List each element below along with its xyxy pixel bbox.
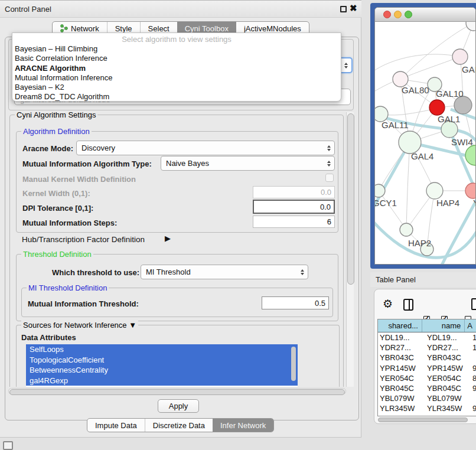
which-threshold-combo[interactable]: MI Threshold [141,265,308,279]
attribute-item[interactable]: SelfLoops [26,344,298,355]
data-attributes-label: Data Attributes [21,333,76,342]
mi-threshold-definition-group: MI Threshold Definition Mutual Informati… [21,288,333,317]
settings-vscrollbar[interactable] [346,112,354,387]
hub-section-label: Hub/Transcription Factor Definition [22,235,145,244]
kernel-width-field[interactable]: 0.0 [253,186,335,198]
dpi-tolerance-field[interactable]: 0.0 [253,200,335,214]
table-row[interactable]: YDL19...YDL19...13 [378,332,476,343]
table-row[interactable]: YBR043CYBR043C [378,353,476,363]
algorithm-dropdown-popup: Select algorithm to view settings Bayesi… [12,32,341,102]
network-canvas[interactable]: GAL GAL80 GAL10 GAL1 GAL11 SWI4 GAL4 GCY… [375,22,476,265]
mi-algorithm-type-label: Mutual Information Algorithm Type: [22,159,152,168]
node-label: Y [473,198,476,208]
settings-hscrollbar-thumb[interactable] [9,389,345,395]
dropdown-item[interactable]: Bayesian – K2 [12,83,341,92]
cyni-bottom-tabbar: Impute Data Discretize Data Infer Networ… [87,418,274,432]
control-panel-window: Control Panel ✖ Network Style Select Cyn… [0,0,361,438]
window-zoom-button[interactable] [405,11,412,18]
table-hscrollbar[interactable] [377,418,476,423]
gear-icon[interactable]: ⚙ [383,297,393,311]
panel-dock-icon[interactable] [3,441,13,450]
document-icon[interactable] [471,298,476,310]
expand-arrow-icon[interactable]: ▼ [129,321,136,330]
float-window-icon[interactable] [340,6,347,12]
window-close-button[interactable] [383,11,391,18]
dropdown-item[interactable]: Mutual Information Inference [12,73,341,83]
network-window-titlebar [375,8,476,22]
node-hap4[interactable] [426,182,443,199]
column-header[interactable]: shared... [378,319,422,332]
control-panel-titlebar [0,0,361,18]
mi-algorithm-type-combo[interactable]: Naive Bayes [161,156,335,171]
table-row[interactable]: YBL079WYBL079W [378,393,476,403]
mi-threshold-field[interactable]: 0.5 [262,296,329,309]
application-root: Control Panel ✖ Network Style Select Cyn… [0,0,476,450]
which-threshold-label: Which threshold to use: [52,268,139,277]
aracne-mode-combo[interactable]: Discovery [76,141,335,155]
algorithm-definition-group: Algorithm Definition Aracne Mode: Discov… [16,131,338,233]
node-gal4[interactable] [399,131,421,154]
network-window: GAL GAL80 GAL10 GAL1 GAL11 SWI4 GAL4 GCY… [374,7,476,265]
node-partial-top[interactable] [466,22,476,31]
dropdown-item[interactable]: Bayesian – Hill Climbing [12,44,341,54]
table-row[interactable]: YBR045CYBR045C9. [378,383,476,393]
collapse-arrow-icon[interactable]: ▶ [165,234,171,243]
spinner-arrows-icon [327,145,331,151]
node-gcy1[interactable] [375,184,385,197]
attribute-item[interactable]: gal4RGexp [26,376,298,386]
table-row[interactable]: YPR145WYPR145W9. [378,363,476,373]
node-label: GAL11 [382,120,409,130]
tab-impute-data[interactable]: Impute Data [87,419,145,432]
data-attributes-list: SelfLoops TopologicalCoefficient Between… [26,344,298,387]
mi-steps-label: Mutual Information Steps: [22,219,117,227]
node-bright-green[interactable] [465,145,476,165]
window-minimize-button[interactable] [394,11,402,18]
close-icon[interactable]: ✖ [350,3,357,14]
node-hap2[interactable] [400,223,413,236]
dropdown-item[interactable]: Dream8 DC_TDC Algorithm [12,92,341,102]
list-scrollbar-thumb[interactable] [291,347,296,381]
spinner-arrows-icon [344,63,348,69]
node-pink-top[interactable] [452,49,468,64]
node-label: GAL [462,64,476,74]
tab-discretize-data[interactable]: Discretize Data [145,419,213,432]
node-label: SWI4 [451,137,473,147]
settings-hscrollbar[interactable] [8,388,346,394]
node-table: shared... name A YDL19...YDL19...13 YDR2… [377,319,476,416]
node-label: GAL4 [411,151,433,161]
attribute-item[interactable]: BetweennessCentrality [26,365,298,376]
node-gal1-red[interactable] [429,100,445,115]
table-row[interactable]: YDR27...YDR27...12 [378,343,476,353]
spinner-arrows-icon [301,269,304,275]
column-header[interactable]: name [422,319,465,332]
dropdown-item-selected[interactable]: ARACNE Algorithm [12,64,341,73]
attribute-item[interactable]: TopologicalCoefficient [26,355,298,366]
apply-button[interactable]: Apply [158,399,199,413]
threshold-definition-group: Threshold Definition Which threshold to … [16,254,338,321]
table-row[interactable]: YLR345WYLR345W9. [378,403,476,413]
control-panel-title: Control Panel [5,5,51,14]
dropdown-item[interactable]: Basic Correlation Inference [12,54,341,63]
kernel-width-label: Kernel Width (0,1): [22,189,90,198]
aracne-mode-label: Aracne Mode: [22,144,73,153]
column-header[interactable]: A [465,319,476,332]
node-gray[interactable] [454,96,472,114]
table-row[interactable]: YIL052CYIL052C9. [378,414,476,417]
node-label: GCY1 [375,198,397,208]
mi-steps-field[interactable]: 6 [253,216,335,228]
table-row[interactable]: YER054CYER054C8. [378,373,476,383]
threshold-definition-title: Threshold Definition [21,250,93,259]
sources-title: Sources for Network Inference ▼ [21,321,138,330]
network-tab-icon [60,24,68,32]
dpi-tolerance-label: DPI Tolerance [0,1]: [22,204,93,213]
cyni-algorithm-settings-group: Cyni Algorithm Settings Algorithm Defini… [9,115,344,387]
settings-vscrollbar-thumb[interactable] [347,113,354,285]
manual-kernel-width-checkbox[interactable] [325,174,334,182]
node-label: GAL1 [438,114,460,124]
table-hscrollbar-thumb[interactable] [378,418,468,422]
settings-viewport: Cyni Algorithm Settings Algorithm Defini… [7,112,346,387]
column-view-icon[interactable] [403,299,413,311]
tab-infer-network[interactable]: Infer Network [213,419,273,432]
node-salmon[interactable] [465,183,476,198]
manual-kernel-width-label: Manual Kernel Width Definition [22,175,136,184]
